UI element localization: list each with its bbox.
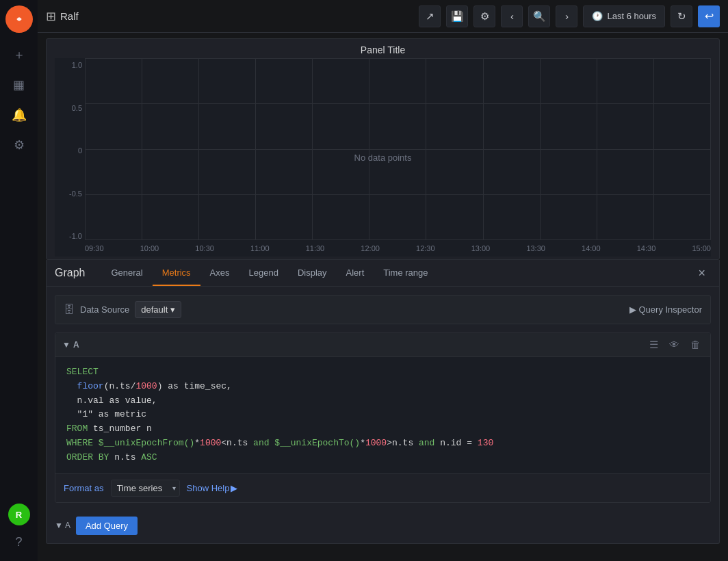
time-range-label: Last 6 hours xyxy=(607,11,656,21)
datasource-value: default xyxy=(141,304,168,315)
v-grid-line xyxy=(369,58,369,240)
v-grid-lines xyxy=(85,58,711,240)
chevron-icon: ▼ xyxy=(62,340,70,350)
sql-line-6: WHERE $__unixEpochFrom()*1000<n.ts and $… xyxy=(66,436,699,451)
zoom-icon: 🔍 xyxy=(533,10,546,23)
tabs-panel: Graph General Metrics Axes Legend Displa… xyxy=(46,260,720,544)
sidebar-item-dashboards[interactable]: ▦ xyxy=(5,71,33,99)
v-grid-line xyxy=(142,58,142,240)
x-label: 13:30 xyxy=(526,244,545,252)
tab-axes[interactable]: Axes xyxy=(200,261,239,286)
page-content: Panel Title 1.0 0.5 0 -0.5 -1.0 xyxy=(38,33,728,561)
gear-icon: ⚙ xyxy=(14,138,25,153)
sidebar-item-add[interactable]: ＋ xyxy=(5,41,33,68)
time-range-button[interactable]: 🕐 Last 6 hours xyxy=(583,5,665,27)
format-label: Format as xyxy=(64,483,104,493)
prev-button[interactable]: ‹ xyxy=(501,5,523,27)
format-select[interactable]: Time series Table As-is xyxy=(111,480,180,497)
chart-title: Panel Title xyxy=(55,44,711,55)
show-help-button[interactable]: Show Help ▶ xyxy=(187,483,238,493)
format-bar: Format as Time series Table As-is ▾ Show… xyxy=(55,473,710,502)
next-button[interactable]: › xyxy=(556,5,577,27)
query-editor: 🗄 Data Source default ▾ ▶ Query Inspecto… xyxy=(47,287,719,543)
tab-time-range[interactable]: Time range xyxy=(374,261,437,286)
topbar: ⊞ Ralf ↗ 💾 ⚙ ‹ 🔍 › 🕐 Last 6 hours ↻ xyxy=(38,0,728,33)
close-panel-button[interactable]: × xyxy=(692,261,711,286)
app-grid-icon: ⊞ xyxy=(46,9,56,24)
y-label-2: 0.5 xyxy=(55,104,82,112)
save-button[interactable]: 💾 xyxy=(446,5,468,27)
refresh-icon: ↻ xyxy=(677,10,686,23)
tab-general[interactable]: General xyxy=(101,261,152,286)
refresh-button[interactable]: ↻ xyxy=(671,5,692,27)
sidebar-item-alerts[interactable]: 🔔 xyxy=(5,101,33,129)
sidebar: ＋ ▦ 🔔 ⚙ R ? xyxy=(0,0,38,561)
sql-line-1: SELECT xyxy=(66,365,699,380)
v-grid-line xyxy=(653,58,654,240)
share-button[interactable]: ↗ xyxy=(419,5,441,27)
sidebar-item-settings[interactable]: ⚙ xyxy=(5,131,33,159)
help-icon: ? xyxy=(15,535,22,549)
sql-line-4: "1" as metric xyxy=(66,408,699,422)
settings-icon: ⚙ xyxy=(480,10,489,23)
query-inspector-button[interactable]: ▶ Query Inspector xyxy=(629,304,703,315)
x-label: 14:30 xyxy=(637,244,656,252)
x-label: 11:00 xyxy=(250,244,270,252)
y-label-1: 1.0 xyxy=(55,61,82,69)
clock-icon: 🕐 xyxy=(592,11,603,21)
main-content: ⊞ Ralf ↗ 💾 ⚙ ‹ 🔍 › 🕐 Last 6 hours ↻ xyxy=(38,0,728,561)
x-label: 10:30 xyxy=(195,244,214,252)
sidebar-bottom: R ? xyxy=(5,504,33,556)
x-label: 11:30 xyxy=(306,244,325,252)
app-title: Ralf xyxy=(60,10,79,22)
v-grid-line xyxy=(710,58,711,240)
query-block-a: ▼ A ☰ 👁 🗑 SELECT floor(n.ts/1000) as tim… xyxy=(55,332,711,503)
panel-type-label: Graph xyxy=(55,260,96,286)
query-prefix-letter: A xyxy=(65,521,70,530)
sql-editor[interactable]: SELECT floor(n.ts/1000) as time_sec, n.v… xyxy=(55,357,710,473)
v-grid-line xyxy=(198,58,199,240)
zoom-out-button[interactable]: 🔍 xyxy=(528,5,550,27)
chevron-down-icon: ▾ xyxy=(170,304,175,315)
v-grid-line xyxy=(597,58,597,240)
sql-line-5: FROM ts_number n xyxy=(66,422,699,436)
chevron-left-icon: ‹ xyxy=(510,10,514,22)
back-icon: ↩ xyxy=(705,10,714,23)
back-button[interactable]: ↩ xyxy=(698,5,720,27)
x-label: 12:30 xyxy=(416,244,435,252)
query-block-actions: ☰ 👁 🗑 xyxy=(647,337,703,352)
sidebar-item-help[interactable]: ? xyxy=(5,528,33,556)
app-title-area: ⊞ Ralf xyxy=(46,9,79,24)
x-label: 10:00 xyxy=(140,244,159,252)
show-help-label: Show Help xyxy=(187,483,230,493)
chart-area: 1.0 0.5 0 -0.5 -1.0 xyxy=(55,58,711,257)
add-query-button[interactable]: Add Query xyxy=(76,517,138,535)
query-move-button[interactable]: ☰ xyxy=(647,337,661,352)
v-grid-line xyxy=(426,58,426,240)
datasource-bar: 🗄 Data Source default ▾ ▶ Query Inspecto… xyxy=(55,295,711,324)
query-label: ▼ A xyxy=(62,340,79,350)
x-label: 13:00 xyxy=(471,244,491,252)
y-label-4: -0.5 xyxy=(55,190,82,198)
chevron-icon: ▼ xyxy=(55,521,63,530)
format-select-wrap: Time series Table As-is ▾ xyxy=(111,480,180,497)
query-delete-button[interactable]: 🗑 xyxy=(688,337,703,352)
user-avatar[interactable]: R xyxy=(8,504,30,525)
query-toggle-button[interactable]: 👁 xyxy=(666,337,682,352)
tab-metrics[interactable]: Metrics xyxy=(153,261,200,286)
tabs-header: Graph General Metrics Axes Legend Displa… xyxy=(47,260,719,287)
tab-display[interactable]: Display xyxy=(288,261,337,286)
datasource-select[interactable]: default ▾ xyxy=(135,301,181,318)
query-block-header: ▼ A ☰ 👁 🗑 xyxy=(55,333,710,357)
y-axis: 1.0 0.5 0 -0.5 -1.0 xyxy=(55,58,85,240)
plus-icon: ＋ xyxy=(13,47,25,63)
sql-line-3: n.val as value, xyxy=(66,394,699,408)
x-label: 14:00 xyxy=(582,244,601,252)
app-logo[interactable] xyxy=(5,5,33,33)
settings-button[interactable]: ⚙ xyxy=(473,5,495,27)
tab-alert[interactable]: Alert xyxy=(337,261,374,286)
x-label: 12:00 xyxy=(361,244,380,252)
tab-legend[interactable]: Legend xyxy=(239,261,288,286)
sql-line-7: ORDER BY n.ts ASC xyxy=(66,451,699,465)
v-grid-line xyxy=(255,58,256,240)
